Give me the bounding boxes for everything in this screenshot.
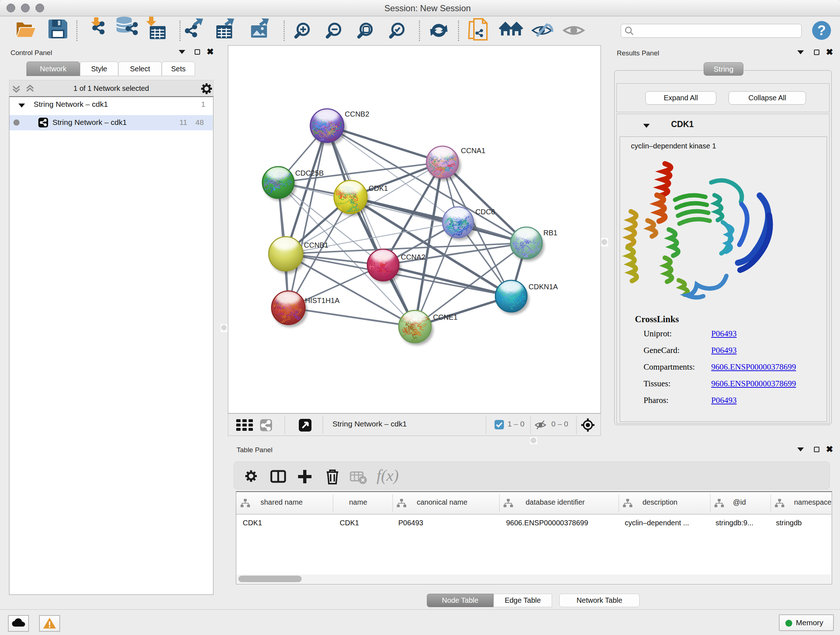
- svg-text:CCNA2: CCNA2: [401, 253, 425, 261]
- svg-text:?: ?: [817, 23, 826, 38]
- svg-text:HIST1H1A: HIST1H1A: [305, 296, 340, 304]
- svg-text:CCNB1: CCNB1: [304, 241, 328, 249]
- svg-text:RB1: RB1: [543, 229, 557, 237]
- svg-text:CCNE1: CCNE1: [433, 313, 458, 321]
- svg-text:CCNA1: CCNA1: [461, 147, 485, 155]
- svg-text:f(x): f(x): [377, 467, 399, 485]
- svg-text:CDKN1A: CDKN1A: [529, 283, 558, 291]
- svg-text:CDK1: CDK1: [369, 184, 388, 192]
- svg-text:CCNB2: CCNB2: [345, 110, 369, 118]
- svg-text:CDC25B: CDC25B: [295, 169, 324, 177]
- svg-text:CDC6: CDC6: [475, 208, 495, 216]
